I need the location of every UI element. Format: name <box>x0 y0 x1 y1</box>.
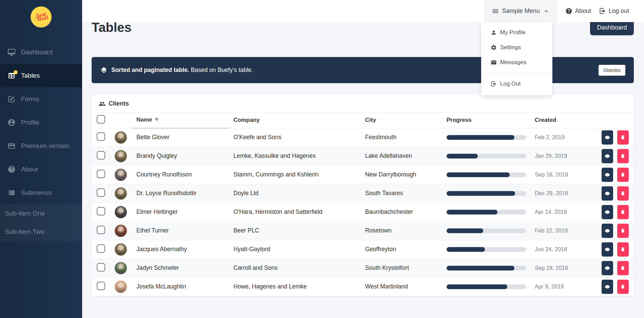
logout-nav-item[interactable]: Log out <box>599 7 629 15</box>
delete-button[interactable] <box>617 130 629 145</box>
card-header: Clients <box>92 95 634 113</box>
client-city: West Martinland <box>361 277 442 296</box>
avatar <box>115 206 127 218</box>
sidebar-subitem-one[interactable]: Sub-item One <box>0 204 82 223</box>
created-date: Feb 2, 2019 <box>531 128 595 147</box>
sidebar-item-premium-version[interactable]: Premium version <box>0 134 82 157</box>
client-company: Howe, Hagenes and Lemke <box>229 277 361 296</box>
client-company: Hyatt-Gaylord <box>229 240 361 259</box>
table-row: Jadyn Schmeler Carroll and Sons South Kr… <box>92 259 634 277</box>
table-icon <box>7 72 16 80</box>
delete-button[interactable] <box>617 280 629 294</box>
sidebar-subitem-two[interactable]: Sub-item Two <box>0 223 82 241</box>
column-header-created[interactable]: Created <box>531 113 595 128</box>
progress-bar <box>447 154 526 158</box>
edit-square-icon <box>7 95 16 103</box>
view-button[interactable] <box>602 280 613 294</box>
view-button[interactable] <box>602 186 613 201</box>
view-button[interactable] <box>602 205 613 219</box>
clients-table: Name Company City Progress Created Bette… <box>92 113 634 296</box>
notification-regular-text: Based on Buefy's table. <box>191 67 253 73</box>
sidebar-item-label: Tables <box>21 72 40 79</box>
page-title: Tables <box>92 20 132 35</box>
justboil-logo: Just Boil <box>31 6 52 27</box>
dropdown-item-settings[interactable]: Settings <box>481 40 552 55</box>
progress-bar <box>447 247 526 252</box>
delete-button[interactable] <box>617 186 629 201</box>
logout-icon <box>599 7 606 15</box>
column-header-city[interactable]: City <box>361 113 442 128</box>
table-row: Bette Glover O'Keefe and Sons Feestmouth… <box>92 128 634 147</box>
created-date: Feb 22, 2019 <box>531 221 595 240</box>
table-row: Josefa McLaughlin Howe, Hagenes and Lemk… <box>92 277 634 296</box>
column-header-progress[interactable]: Progress <box>442 113 531 128</box>
row-checkbox[interactable] <box>97 244 105 253</box>
delete-button[interactable] <box>617 261 629 275</box>
avatar <box>115 281 127 293</box>
table-row: Dr. Loyce Runolfsdottir Doyle Ltd South … <box>92 184 634 203</box>
sidebar-item-profile[interactable]: Profile <box>0 111 82 134</box>
about-nav-item[interactable]: About <box>565 7 591 15</box>
client-city: Feestmouth <box>361 128 442 147</box>
avatar <box>115 225 127 237</box>
logo-text: Just Boil <box>34 12 48 22</box>
table-row: Courtney Runolfsson Stamm, Cummings and … <box>92 165 634 184</box>
progress-bar <box>447 228 526 233</box>
table-header-row: Name Company City Progress Created <box>92 113 634 128</box>
row-checkbox[interactable] <box>97 282 105 290</box>
progress-bar <box>447 266 526 270</box>
list-icon <box>7 189 16 197</box>
dropdown-item-label: My Profile <box>500 29 526 36</box>
avatar <box>115 243 127 256</box>
sidebar-item-label: Dashboard <box>21 49 53 56</box>
view-button[interactable] <box>602 242 613 257</box>
help-circle-icon <box>565 7 572 15</box>
client-name: Courtney Runolfsson <box>132 165 229 184</box>
dismiss-button[interactable]: Dismiss <box>599 65 625 76</box>
dropdown-item-messages[interactable]: Messages <box>481 55 552 70</box>
delete-button[interactable] <box>617 205 629 219</box>
view-button[interactable] <box>602 224 613 238</box>
help-circle-icon <box>7 165 16 173</box>
view-button[interactable] <box>602 130 613 145</box>
topbar: Sample Menu About Log out <box>82 0 644 22</box>
row-checkbox[interactable] <box>97 170 105 178</box>
sidebar-item-tables[interactable]: Tables <box>0 64 82 87</box>
delete-button[interactable] <box>617 242 629 257</box>
client-name: Jacques Abernathy <box>132 240 229 259</box>
sidebar-item-submenus[interactable]: Submenus <box>0 181 82 204</box>
dropdown-divider <box>481 73 552 73</box>
view-button[interactable] <box>602 168 613 182</box>
delete-button[interactable] <box>617 168 629 182</box>
row-checkbox[interactable] <box>97 207 105 216</box>
dropdown-item-label: Settings <box>500 44 521 51</box>
select-all-checkbox[interactable] <box>97 115 105 124</box>
cog-icon <box>491 44 497 51</box>
created-date: Jan 29, 2019 <box>531 147 595 165</box>
client-company: Lemke, Kassulke and Hagenes <box>229 147 361 165</box>
dropdown-item-log-out[interactable]: Log Out <box>481 76 552 91</box>
sidebar-item-dashboard[interactable]: Dashboard <box>0 40 82 64</box>
row-checkbox[interactable] <box>97 188 105 197</box>
dropdown-item-my-profile[interactable]: My Profile <box>481 25 552 40</box>
view-button[interactable] <box>602 149 613 163</box>
row-checkbox[interactable] <box>97 263 105 272</box>
sidebar-item-forms[interactable]: Forms <box>0 87 82 111</box>
client-company: Stamm, Cummings and Kshlerin <box>229 165 361 184</box>
delete-button[interactable] <box>617 149 629 163</box>
column-header-company[interactable]: Company <box>229 113 361 128</box>
row-checkbox[interactable] <box>97 132 105 141</box>
account-icon <box>491 30 497 36</box>
delete-button[interactable] <box>617 224 629 238</box>
sidebar-item-label: About <box>21 166 38 173</box>
table-row: Brandy Quigley Lemke, Kassulke and Hagen… <box>92 147 634 165</box>
row-checkbox[interactable] <box>97 226 105 234</box>
sidebar-item-about[interactable]: About <box>0 157 82 181</box>
row-checkbox[interactable] <box>97 151 105 160</box>
column-header-name[interactable]: Name <box>132 113 229 128</box>
sample-menu-dropdown-trigger[interactable]: Sample Menu <box>484 0 557 22</box>
subitem-label: Sub-item Two <box>5 228 44 236</box>
created-date: Sep 18, 2018 <box>531 259 595 277</box>
view-button[interactable] <box>602 261 613 275</box>
sample-menu-label: Sample Menu <box>502 7 540 15</box>
